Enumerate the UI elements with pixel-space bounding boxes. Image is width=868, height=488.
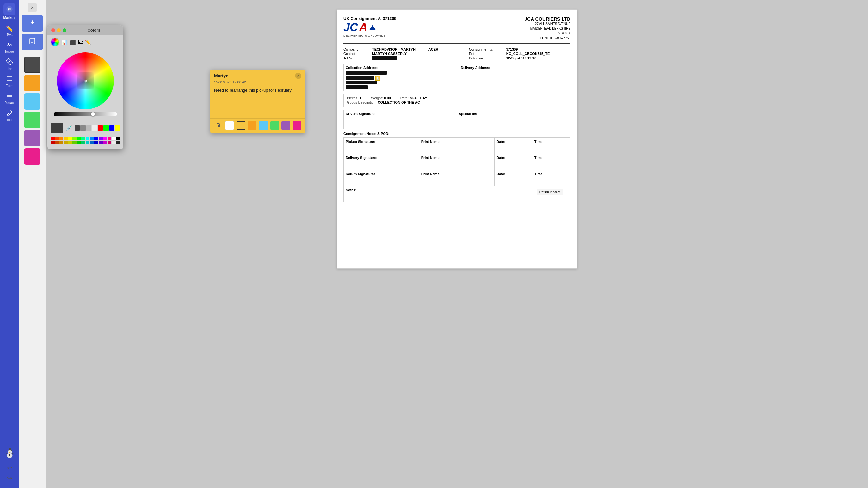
note-color-white[interactable] (225, 121, 234, 130)
color-wheel[interactable]: ⊕ (57, 53, 114, 109)
color-history-item[interactable] (98, 125, 103, 131)
palette-cell[interactable] (51, 141, 55, 144)
return-sig-cell: Return Signature: (344, 170, 419, 186)
palette-cell[interactable] (112, 136, 116, 140)
note-color-purple[interactable] (281, 121, 290, 130)
color-swatch-dark-gray[interactable] (24, 57, 40, 73)
color-history-item[interactable] (110, 125, 115, 131)
palette-cell[interactable] (116, 141, 120, 144)
tel-redacted-bar (372, 56, 398, 60)
note-color-orange[interactable] (248, 121, 256, 130)
return-print-name-cell: Print Name: (419, 170, 495, 186)
palette-cell[interactable] (59, 141, 64, 144)
address-bar-2 (346, 76, 374, 79)
note-color-pink[interactable] (293, 121, 301, 130)
color-wheel-tab[interactable] (51, 38, 59, 46)
eyedropper-icon[interactable]: 💉 (66, 125, 72, 131)
pod-row-notes: Notes: Return Pieces: (344, 186, 570, 202)
note-stamp-icon[interactable]: 🗓 (214, 121, 223, 130)
sticky-note-anchor[interactable]: 📝 (375, 75, 380, 80)
brightness-track (54, 112, 117, 116)
palette-cell[interactable] (55, 141, 59, 144)
palette-cell[interactable] (86, 141, 90, 144)
export-button[interactable] (22, 15, 43, 32)
color-history-item[interactable] (103, 125, 108, 131)
close-panel-button[interactable]: × (28, 3, 37, 12)
document-view-button[interactable] (22, 33, 43, 50)
color-history-item[interactable] (86, 125, 91, 131)
palette-cell[interactable] (68, 141, 72, 144)
color-history-item[interactable] (80, 125, 85, 131)
palette-cell[interactable] (86, 136, 90, 140)
palette-cell[interactable] (99, 136, 103, 140)
palette-cell[interactable] (94, 141, 98, 144)
palette-cell[interactable] (64, 141, 68, 144)
weight-value: 0.00 (384, 96, 391, 100)
palette-cell[interactable] (112, 141, 116, 144)
palette-cell[interactable] (77, 141, 81, 144)
sidebar-tool-tool[interactable]: Tool (2, 108, 18, 124)
note-color-green[interactable] (270, 121, 279, 130)
colors-toolbar: 📊 ⬛ 🖼 ✏️ (48, 35, 123, 49)
minimize-traffic-light[interactable] (57, 28, 61, 32)
delivery-date-label: Date: (496, 156, 530, 160)
sidebar-tool-link[interactable]: Link (2, 57, 18, 72)
sidebar-tool-form[interactable]: Form (2, 74, 18, 90)
address-bar-3 (346, 80, 377, 85)
note-color-yellow[interactable] (237, 121, 245, 130)
palette-cell[interactable] (103, 141, 107, 144)
color-grid-tab[interactable]: ⬛ (69, 39, 76, 45)
datetime-field-value: 12-Sep-2019 12:16 (506, 56, 570, 60)
sticky-note-body[interactable]: Need to rearrange this pickup for Februa… (210, 87, 305, 118)
palette-cell[interactable] (94, 136, 98, 140)
link-tool-label: Link (7, 67, 12, 70)
redo-button[interactable]: ↪ (7, 474, 12, 482)
current-color-box[interactable] (51, 123, 63, 133)
palette-cell[interactable] (81, 136, 85, 140)
color-swatch-orange[interactable] (24, 75, 40, 91)
collection-address-section: Collection Address: 📝 (343, 64, 455, 91)
document-view-icon (29, 38, 36, 46)
palette-cell[interactable] (90, 141, 94, 144)
delivery-print-name-cell: Print Name: (419, 154, 495, 170)
palette-cell[interactable] (81, 141, 85, 144)
maximize-traffic-light[interactable] (63, 28, 66, 32)
palette-cell[interactable] (116, 136, 120, 140)
pencils-tab[interactable]: ✏️ (85, 39, 91, 45)
palette-cell[interactable] (107, 136, 112, 140)
brightness-slider[interactable] (54, 112, 117, 118)
close-traffic-light[interactable] (51, 28, 55, 32)
palette-cell[interactable] (107, 141, 112, 144)
contact-field-value: MARTYN CASSERLY (372, 52, 426, 56)
color-history-item[interactable] (115, 125, 120, 131)
color-swatch-purple[interactable] (24, 130, 40, 147)
palette-cell[interactable] (72, 141, 76, 144)
return-pieces-button[interactable]: Return Pieces: (537, 189, 563, 195)
note-color-blue[interactable] (259, 121, 268, 130)
color-swatch-pink[interactable] (24, 148, 40, 165)
goods-item: Goods Description: COLLECTION OF THE AC (347, 100, 420, 104)
palette-cell[interactable] (68, 136, 72, 140)
sticky-note-close-button[interactable]: × (295, 73, 301, 79)
palette-cell[interactable] (64, 136, 68, 140)
palette-cell[interactable] (99, 141, 103, 144)
image-colors-tab[interactable]: 🖼 (78, 39, 83, 45)
palette-cell[interactable] (77, 136, 81, 140)
color-history-item[interactable] (74, 125, 80, 131)
palette-cell[interactable] (55, 136, 59, 140)
undo-button[interactable]: ↩ (7, 464, 12, 471)
palette-cell[interactable] (103, 136, 107, 140)
palette-cell[interactable] (51, 136, 55, 140)
sidebar-tool-image[interactable]: Image (2, 39, 18, 55)
palette-cell[interactable] (90, 136, 94, 140)
sliders-tab[interactable]: 📊 (61, 39, 68, 45)
color-history-item[interactable] (92, 125, 97, 131)
color-swatch-light-blue[interactable] (24, 93, 40, 110)
sidebar-tool-text[interactable]: ✏️ Text (2, 23, 18, 38)
palette-cell[interactable] (72, 136, 76, 140)
rate-label: Rate: (400, 96, 408, 100)
palette-cell[interactable] (59, 136, 64, 140)
color-swatch-green[interactable] (24, 111, 40, 128)
jca-a-logo-text: A (359, 21, 367, 34)
sidebar-tool-redact[interactable]: Redact (2, 91, 18, 106)
